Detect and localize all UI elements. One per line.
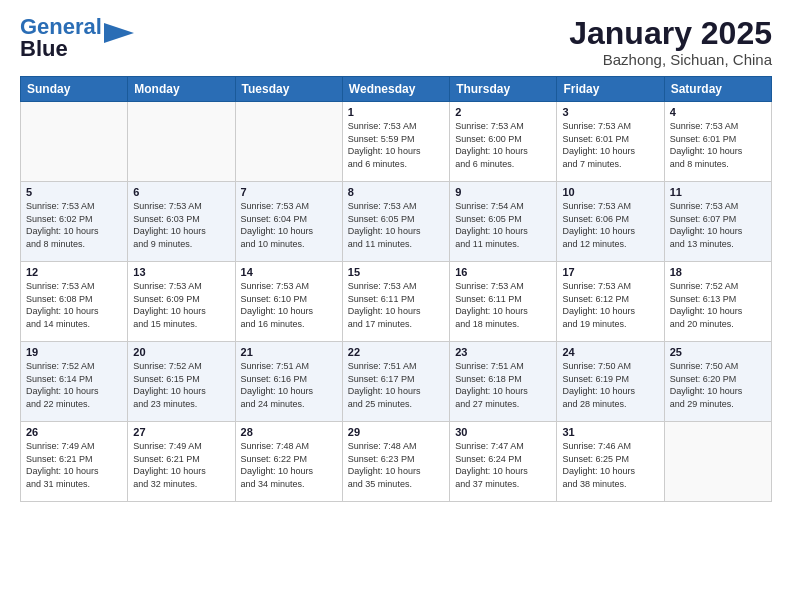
calendar-cell: 2Sunrise: 7:53 AM Sunset: 6:00 PM Daylig… xyxy=(450,102,557,182)
calendar-cell: 17Sunrise: 7:53 AM Sunset: 6:12 PM Dayli… xyxy=(557,262,664,342)
day-info: Sunrise: 7:52 AM Sunset: 6:15 PM Dayligh… xyxy=(133,360,229,410)
day-number: 7 xyxy=(241,186,337,198)
header: General Blue January 2025 Bazhong, Sichu… xyxy=(20,16,772,68)
calendar-cell: 9Sunrise: 7:54 AM Sunset: 6:05 PM Daylig… xyxy=(450,182,557,262)
calendar-cell: 31Sunrise: 7:46 AM Sunset: 6:25 PM Dayli… xyxy=(557,422,664,502)
calendar-subtitle: Bazhong, Sichuan, China xyxy=(569,51,772,68)
day-number: 26 xyxy=(26,426,122,438)
col-tuesday: Tuesday xyxy=(235,77,342,102)
day-number: 6 xyxy=(133,186,229,198)
calendar-cell: 25Sunrise: 7:50 AM Sunset: 6:20 PM Dayli… xyxy=(664,342,771,422)
day-number: 10 xyxy=(562,186,658,198)
calendar-cell xyxy=(128,102,235,182)
day-number: 21 xyxy=(241,346,337,358)
day-info: Sunrise: 7:48 AM Sunset: 6:22 PM Dayligh… xyxy=(241,440,337,490)
calendar-week-1: 1Sunrise: 7:53 AM Sunset: 5:59 PM Daylig… xyxy=(21,102,772,182)
calendar-week-5: 26Sunrise: 7:49 AM Sunset: 6:21 PM Dayli… xyxy=(21,422,772,502)
calendar-cell: 21Sunrise: 7:51 AM Sunset: 6:16 PM Dayli… xyxy=(235,342,342,422)
day-info: Sunrise: 7:53 AM Sunset: 6:06 PM Dayligh… xyxy=(562,200,658,250)
calendar-cell: 16Sunrise: 7:53 AM Sunset: 6:11 PM Dayli… xyxy=(450,262,557,342)
day-info: Sunrise: 7:47 AM Sunset: 6:24 PM Dayligh… xyxy=(455,440,551,490)
day-info: Sunrise: 7:53 AM Sunset: 6:08 PM Dayligh… xyxy=(26,280,122,330)
day-info: Sunrise: 7:53 AM Sunset: 6:05 PM Dayligh… xyxy=(348,200,444,250)
calendar-cell: 28Sunrise: 7:48 AM Sunset: 6:22 PM Dayli… xyxy=(235,422,342,502)
day-info: Sunrise: 7:52 AM Sunset: 6:13 PM Dayligh… xyxy=(670,280,766,330)
calendar-cell: 8Sunrise: 7:53 AM Sunset: 6:05 PM Daylig… xyxy=(342,182,449,262)
day-info: Sunrise: 7:49 AM Sunset: 6:21 PM Dayligh… xyxy=(133,440,229,490)
calendar-week-4: 19Sunrise: 7:52 AM Sunset: 6:14 PM Dayli… xyxy=(21,342,772,422)
col-thursday: Thursday xyxy=(450,77,557,102)
logo: General Blue xyxy=(20,16,134,60)
day-info: Sunrise: 7:50 AM Sunset: 6:19 PM Dayligh… xyxy=(562,360,658,410)
day-info: Sunrise: 7:54 AM Sunset: 6:05 PM Dayligh… xyxy=(455,200,551,250)
calendar-cell: 10Sunrise: 7:53 AM Sunset: 6:06 PM Dayli… xyxy=(557,182,664,262)
calendar-cell: 11Sunrise: 7:53 AM Sunset: 6:07 PM Dayli… xyxy=(664,182,771,262)
day-number: 24 xyxy=(562,346,658,358)
calendar-cell: 7Sunrise: 7:53 AM Sunset: 6:04 PM Daylig… xyxy=(235,182,342,262)
logo-arrow-icon xyxy=(104,23,134,43)
day-number: 11 xyxy=(670,186,766,198)
day-number: 19 xyxy=(26,346,122,358)
calendar-cell: 1Sunrise: 7:53 AM Sunset: 5:59 PM Daylig… xyxy=(342,102,449,182)
day-number: 16 xyxy=(455,266,551,278)
day-info: Sunrise: 7:53 AM Sunset: 6:11 PM Dayligh… xyxy=(348,280,444,330)
calendar-cell: 29Sunrise: 7:48 AM Sunset: 6:23 PM Dayli… xyxy=(342,422,449,502)
day-number: 9 xyxy=(455,186,551,198)
day-info: Sunrise: 7:53 AM Sunset: 6:04 PM Dayligh… xyxy=(241,200,337,250)
col-wednesday: Wednesday xyxy=(342,77,449,102)
calendar-cell: 3Sunrise: 7:53 AM Sunset: 6:01 PM Daylig… xyxy=(557,102,664,182)
col-friday: Friday xyxy=(557,77,664,102)
day-number: 5 xyxy=(26,186,122,198)
day-number: 30 xyxy=(455,426,551,438)
calendar-cell: 18Sunrise: 7:52 AM Sunset: 6:13 PM Dayli… xyxy=(664,262,771,342)
day-number: 25 xyxy=(670,346,766,358)
calendar-cell: 30Sunrise: 7:47 AM Sunset: 6:24 PM Dayli… xyxy=(450,422,557,502)
calendar-cell xyxy=(235,102,342,182)
day-number: 14 xyxy=(241,266,337,278)
calendar-cell xyxy=(664,422,771,502)
day-info: Sunrise: 7:53 AM Sunset: 6:01 PM Dayligh… xyxy=(670,120,766,170)
calendar-cell: 12Sunrise: 7:53 AM Sunset: 6:08 PM Dayli… xyxy=(21,262,128,342)
day-number: 29 xyxy=(348,426,444,438)
calendar-cell: 26Sunrise: 7:49 AM Sunset: 6:21 PM Dayli… xyxy=(21,422,128,502)
day-number: 20 xyxy=(133,346,229,358)
calendar-cell: 20Sunrise: 7:52 AM Sunset: 6:15 PM Dayli… xyxy=(128,342,235,422)
calendar-week-3: 12Sunrise: 7:53 AM Sunset: 6:08 PM Dayli… xyxy=(21,262,772,342)
day-number: 31 xyxy=(562,426,658,438)
calendar-cell: 4Sunrise: 7:53 AM Sunset: 6:01 PM Daylig… xyxy=(664,102,771,182)
day-number: 2 xyxy=(455,106,551,118)
calendar-cell: 24Sunrise: 7:50 AM Sunset: 6:19 PM Dayli… xyxy=(557,342,664,422)
day-number: 1 xyxy=(348,106,444,118)
day-info: Sunrise: 7:53 AM Sunset: 6:00 PM Dayligh… xyxy=(455,120,551,170)
calendar-cell: 15Sunrise: 7:53 AM Sunset: 6:11 PM Dayli… xyxy=(342,262,449,342)
day-number: 28 xyxy=(241,426,337,438)
day-info: Sunrise: 7:53 AM Sunset: 6:07 PM Dayligh… xyxy=(670,200,766,250)
calendar-cell xyxy=(21,102,128,182)
col-sunday: Sunday xyxy=(21,77,128,102)
day-number: 23 xyxy=(455,346,551,358)
day-number: 15 xyxy=(348,266,444,278)
calendar-cell: 23Sunrise: 7:51 AM Sunset: 6:18 PM Dayli… xyxy=(450,342,557,422)
day-info: Sunrise: 7:53 AM Sunset: 5:59 PM Dayligh… xyxy=(348,120,444,170)
calendar-cell: 5Sunrise: 7:53 AM Sunset: 6:02 PM Daylig… xyxy=(21,182,128,262)
day-number: 8 xyxy=(348,186,444,198)
calendar-cell: 13Sunrise: 7:53 AM Sunset: 6:09 PM Dayli… xyxy=(128,262,235,342)
calendar-cell: 6Sunrise: 7:53 AM Sunset: 6:03 PM Daylig… xyxy=(128,182,235,262)
calendar-table: Sunday Monday Tuesday Wednesday Thursday… xyxy=(20,76,772,502)
svg-marker-0 xyxy=(104,23,134,43)
calendar-cell: 19Sunrise: 7:52 AM Sunset: 6:14 PM Dayli… xyxy=(21,342,128,422)
day-number: 27 xyxy=(133,426,229,438)
day-info: Sunrise: 7:51 AM Sunset: 6:18 PM Dayligh… xyxy=(455,360,551,410)
day-number: 18 xyxy=(670,266,766,278)
logo-text: General Blue xyxy=(20,16,102,60)
col-saturday: Saturday xyxy=(664,77,771,102)
col-monday: Monday xyxy=(128,77,235,102)
day-info: Sunrise: 7:53 AM Sunset: 6:09 PM Dayligh… xyxy=(133,280,229,330)
header-row: Sunday Monday Tuesday Wednesday Thursday… xyxy=(21,77,772,102)
day-number: 17 xyxy=(562,266,658,278)
calendar-week-2: 5Sunrise: 7:53 AM Sunset: 6:02 PM Daylig… xyxy=(21,182,772,262)
day-info: Sunrise: 7:46 AM Sunset: 6:25 PM Dayligh… xyxy=(562,440,658,490)
day-info: Sunrise: 7:53 AM Sunset: 6:10 PM Dayligh… xyxy=(241,280,337,330)
calendar-page: General Blue January 2025 Bazhong, Sichu… xyxy=(0,0,792,612)
day-number: 13 xyxy=(133,266,229,278)
